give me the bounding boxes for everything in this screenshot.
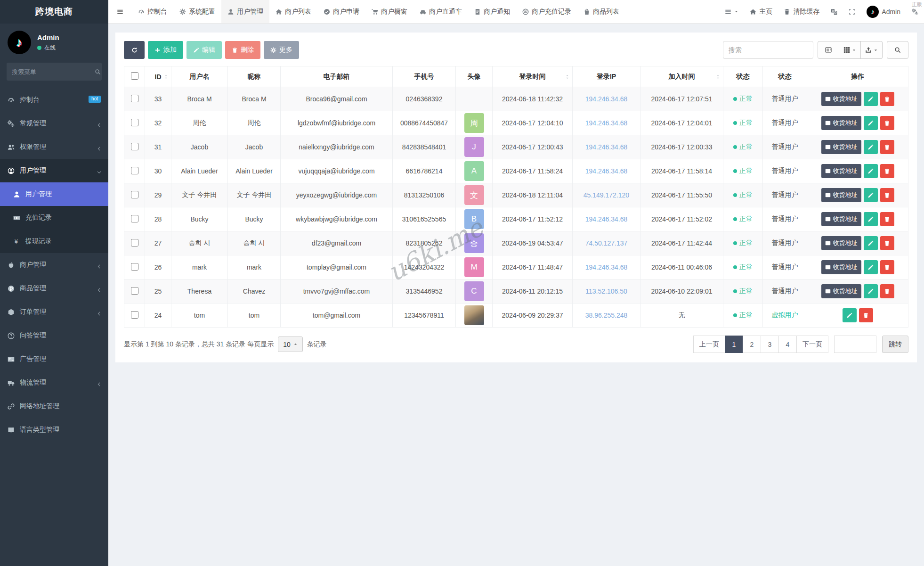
advanced-search-button[interactable] (887, 41, 908, 59)
address-button[interactable]: 收货地址 (821, 164, 861, 178)
nav-fullscreen-button[interactable] (843, 0, 861, 23)
row-edit-button[interactable] (864, 188, 878, 202)
page-button-3[interactable]: 3 (761, 336, 779, 353)
ip-link[interactable]: 194.246.34.68 (585, 143, 628, 151)
ip-link[interactable]: 74.50.127.137 (585, 239, 628, 247)
page-button-1[interactable]: 1 (725, 336, 743, 353)
nav-tab-merchant-express[interactable]: 商户直通车 (413, 0, 468, 23)
table-search-input[interactable] (723, 41, 813, 59)
ip-link[interactable]: 38.96.255.248 (585, 312, 628, 319)
row-edit-button[interactable] (864, 260, 878, 274)
ip-link[interactable]: 194.246.34.68 (585, 263, 628, 271)
row-delete-button[interactable] (880, 284, 894, 298)
sidebar-item-language-type[interactable]: 语言类型管理 (0, 418, 108, 442)
export-button[interactable] (861, 41, 883, 59)
row-delete-button[interactable] (880, 188, 894, 202)
row-checkbox[interactable] (131, 119, 138, 126)
row-checkbox[interactable] (131, 191, 138, 198)
ip-link[interactable]: 194.246.34.68 (585, 95, 628, 103)
row-edit-button[interactable] (864, 236, 878, 250)
row-edit-button[interactable] (864, 92, 878, 106)
sidebar-item-general[interactable]: 常规管理 (0, 112, 108, 135)
toggle-view-button[interactable] (818, 41, 839, 59)
row-delete-button[interactable] (880, 212, 894, 226)
column-header[interactable]: 加入时间 (640, 66, 723, 87)
sidebar-item-auth[interactable]: 权限管理 (0, 135, 108, 159)
address-button[interactable]: 收货地址 (821, 212, 861, 226)
address-button[interactable]: 收货地址 (821, 140, 861, 154)
row-delete-button[interactable] (880, 116, 894, 130)
next-page-button[interactable]: 下一页 (796, 336, 828, 353)
row-delete-button[interactable] (880, 92, 894, 106)
ip-link[interactable]: 194.246.34.68 (585, 167, 628, 175)
row-checkbox[interactable] (131, 239, 138, 246)
ip-link[interactable]: 194.246.34.68 (585, 215, 628, 223)
row-checkbox[interactable] (131, 95, 138, 102)
nav-home-button[interactable]: 主页 (744, 0, 778, 23)
row-edit-button[interactable] (864, 116, 878, 130)
nav-tab-merchant-recharge[interactable]: 商户充值记录 (516, 0, 577, 23)
row-delete-button[interactable] (880, 140, 894, 154)
nav-tab-user-management[interactable]: 用户管理 (221, 0, 269, 23)
sidebar-item-merchant[interactable]: 商户管理 (0, 253, 108, 277)
nav-tab-goods-list[interactable]: 商品列表 (577, 0, 625, 23)
row-checkbox[interactable] (131, 167, 138, 174)
sidebar-item-withdraw-records[interactable]: ¥提现记录 (0, 230, 108, 253)
page-button-4[interactable]: 4 (778, 336, 797, 353)
select-all-checkbox[interactable] (131, 72, 138, 80)
address-button[interactable]: 收货地址 (821, 284, 861, 298)
row-delete-button[interactable] (880, 164, 894, 178)
row-checkbox[interactable] (131, 287, 138, 295)
column-header[interactable]: ID (145, 66, 171, 87)
nav-tab-merchant-showcase[interactable]: 商户橱窗 (365, 0, 413, 23)
sidebar-item-network-address[interactable]: 网络地址管理 (0, 394, 108, 418)
columns-button[interactable] (839, 41, 861, 59)
row-delete-button[interactable] (859, 308, 873, 322)
column-header[interactable]: 登录时间 (493, 66, 573, 87)
row-edit-button[interactable] (864, 284, 878, 298)
row-edit-button[interactable] (843, 308, 857, 322)
nav-tab-merchant-notice[interactable]: 商户通知 (468, 0, 516, 23)
row-checkbox[interactable] (131, 215, 138, 222)
sidebar-item-ads[interactable]: 广告管理 (0, 347, 108, 371)
more-button[interactable]: 更多 (264, 41, 299, 59)
sidebar-item-console[interactable]: 控制台hot (0, 88, 108, 112)
nav-tab-merchant-apply[interactable]: 商户申请 (317, 0, 365, 23)
nav-tab-system-config[interactable]: 系统配置 (173, 0, 221, 23)
sidebar-item-user-group[interactable]: 用户管理 (0, 159, 108, 182)
address-button[interactable]: 收货地址 (821, 92, 861, 106)
delete-button[interactable]: 删除 (225, 41, 260, 59)
ip-link[interactable]: 194.246.34.68 (585, 119, 628, 127)
sidebar-search-input[interactable] (12, 68, 95, 75)
address-button[interactable]: 收货地址 (821, 236, 861, 250)
row-delete-button[interactable] (880, 260, 894, 274)
add-button[interactable]: 添加 (148, 41, 183, 59)
sidebar-item-recharge-records[interactable]: 充值记录 (0, 206, 108, 230)
row-edit-button[interactable] (864, 140, 878, 154)
sidebar-toggle-button[interactable] (108, 0, 132, 23)
user-avatar[interactable]: ♪ (8, 31, 31, 54)
nav-clear-cache-button[interactable]: 清除缓存 (778, 0, 825, 23)
jump-page-input[interactable] (834, 336, 876, 353)
row-delete-button[interactable] (880, 236, 894, 250)
nav-translate-button[interactable] (825, 0, 843, 23)
page-button-2[interactable]: 2 (743, 336, 761, 353)
row-checkbox[interactable] (131, 263, 138, 271)
address-button[interactable]: 收货地址 (821, 260, 861, 274)
address-button[interactable]: 收货地址 (821, 188, 861, 202)
row-edit-button[interactable] (864, 164, 878, 178)
row-edit-button[interactable] (864, 212, 878, 226)
edit-button[interactable]: 编辑 (186, 41, 222, 59)
sidebar-item-qa[interactable]: 问答管理 (0, 324, 108, 347)
sidebar-item-logistics[interactable]: 物流管理 (0, 371, 108, 394)
jump-button[interactable]: 跳转 (882, 336, 908, 353)
row-checkbox[interactable] (131, 311, 138, 319)
sidebar-item-user-list[interactable]: 用户管理 (0, 182, 108, 206)
nav-user-menu[interactable]: ♪ Admin (861, 0, 906, 23)
row-checkbox[interactable] (131, 143, 138, 150)
sidebar-item-orders[interactable]: 订单管理 (0, 300, 108, 324)
page-size-select[interactable]: 10 (278, 336, 303, 352)
nav-menu-dropdown[interactable] (719, 0, 744, 23)
nav-tab-console[interactable]: 控制台 (132, 0, 173, 23)
nav-tab-merchant-list[interactable]: 商户列表 (269, 0, 317, 23)
